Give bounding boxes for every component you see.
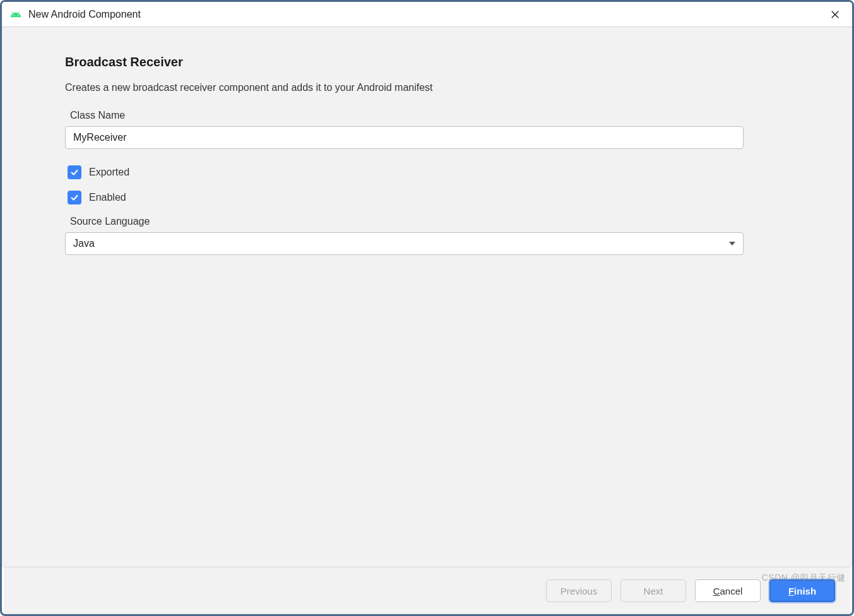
next-button: Next bbox=[620, 579, 686, 602]
dialog-content: Broadcast Receiver Creates a new broadca… bbox=[2, 27, 852, 567]
exported-row: Exported bbox=[68, 165, 789, 179]
class-name-input[interactable] bbox=[65, 126, 744, 149]
next-button-label: Next bbox=[644, 586, 663, 596]
exported-label: Exported bbox=[89, 167, 129, 178]
source-language-select[interactable]: Java bbox=[65, 232, 744, 255]
source-language-value: Java bbox=[73, 238, 95, 249]
close-icon bbox=[831, 10, 839, 19]
finish-button[interactable]: Finish bbox=[769, 579, 835, 602]
chevron-down-icon bbox=[729, 242, 735, 246]
previous-button-label: Previous bbox=[560, 586, 597, 596]
finish-button-label: Finish bbox=[788, 586, 816, 596]
check-icon bbox=[70, 193, 79, 202]
dialog-footer: Previous Next Cancel Finish bbox=[4, 567, 850, 614]
window-title: New Android Component bbox=[28, 9, 141, 20]
page-description: Creates a new broadcast receiver compone… bbox=[65, 82, 789, 93]
class-name-label: Class Name bbox=[70, 110, 789, 121]
check-icon bbox=[70, 168, 79, 177]
close-button[interactable] bbox=[826, 5, 845, 24]
enabled-label: Enabled bbox=[89, 192, 126, 203]
source-language-label: Source Language bbox=[70, 216, 789, 227]
previous-button: Previous bbox=[546, 579, 612, 602]
cancel-button[interactable]: Cancel bbox=[695, 579, 761, 602]
android-icon bbox=[9, 8, 22, 21]
cancel-button-label: Cancel bbox=[713, 586, 743, 596]
enabled-row: Enabled bbox=[68, 191, 789, 204]
titlebar: New Android Component bbox=[2, 2, 852, 27]
exported-checkbox[interactable] bbox=[68, 165, 81, 179]
page-heading: Broadcast Receiver bbox=[65, 55, 789, 69]
enabled-checkbox[interactable] bbox=[68, 191, 81, 204]
